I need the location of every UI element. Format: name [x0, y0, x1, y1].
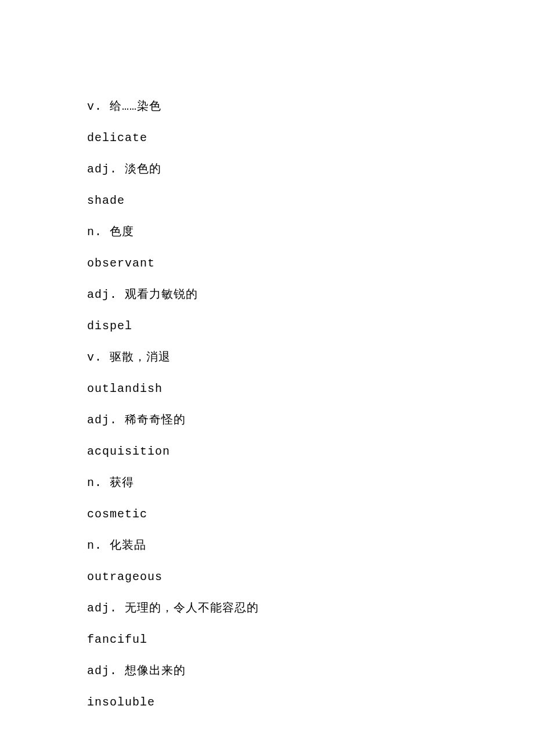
vocab-entry: outlandish [87, 381, 447, 397]
vocab-entry: v. 给……染色 [87, 99, 447, 115]
vocab-entry: acquisition [87, 444, 447, 460]
vocab-entry: n. 色度 [87, 224, 447, 240]
vocab-entry: shade [87, 193, 447, 209]
vocab-entry: adj. 想像出来的 [87, 663, 447, 679]
vocab-entry: fanciful [87, 632, 447, 648]
vocab-entry: dispel [87, 318, 447, 334]
vocab-entry: adj. 淡色的 [87, 161, 447, 178]
vocab-entry: observant [87, 255, 447, 272]
vocab-entry: insoluble [87, 694, 447, 711]
vocab-entry: adj. 无理的，令人不能容忍的 [87, 600, 447, 617]
vocab-entry: adj. 稀奇奇怪的 [87, 412, 447, 429]
vocab-entry: outrageous [87, 569, 447, 585]
vocabulary-list: v. 给……染色delicateadj. 淡色的shaden. 色度observ… [87, 99, 447, 711]
vocab-entry: cosmetic [87, 506, 447, 523]
vocab-entry: delicate [87, 130, 447, 146]
vocab-entry: adj. 观看力敏锐的 [87, 287, 447, 303]
vocab-entry: v. 驱散，消退 [87, 350, 447, 366]
vocab-entry: n. 化装品 [87, 538, 447, 554]
vocab-entry: n. 获得 [87, 475, 447, 491]
